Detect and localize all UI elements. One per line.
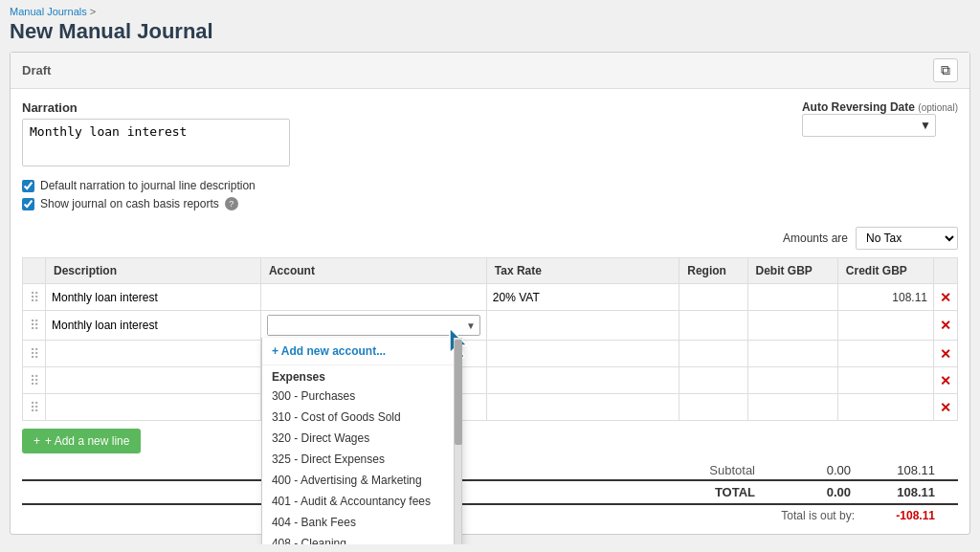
dropdown-item[interactable]: 310 - Cost of Goods Sold — [262, 407, 461, 428]
cash-basis-checkbox[interactable] — [22, 198, 34, 210]
description-input[interactable] — [52, 291, 255, 304]
delete-button-e3[interactable]: ✕ — [940, 400, 951, 415]
delete-cell-e1: ✕ — [934, 341, 958, 367]
right-section: Auto Reversing Date (optional) ▼ — [309, 100, 958, 137]
account-input[interactable] — [268, 316, 462, 335]
empty-credit2 — [837, 367, 933, 394]
out-by-row: Total is out by: -108.11 — [22, 509, 958, 522]
add-line-icon: + — [33, 434, 40, 448]
dropdown-item[interactable]: 300 - Purchases — [262, 386, 461, 407]
narration-label: Narration — [22, 100, 290, 115]
table-row: ⠿ ✕ — [23, 367, 958, 394]
delete-cell-2: ✕ — [934, 311, 958, 341]
region-cell — [679, 284, 747, 311]
add-line-label: + Add a new line — [45, 434, 129, 448]
account-dropdown: + Add new account... Expenses 300 - Purc… — [261, 338, 462, 544]
copy-icon[interactable]: ⧉ — [933, 58, 958, 82]
narration-section: Narration Monthly loan interest Default … — [22, 100, 290, 215]
dropdown-item[interactable]: 401 - Audit & Accountancy fees — [262, 491, 461, 512]
total-credit: 108.11 — [862, 485, 958, 499]
breadcrumb: Manual Journals > — [0, 0, 980, 19]
drag-handle[interactable]: ⠿ — [23, 341, 46, 367]
out-by-value: -108.11 — [862, 509, 958, 522]
dropdown-item[interactable]: 408 - Cleaning — [262, 533, 461, 544]
region-cell-2 — [679, 311, 747, 341]
empty-credit — [837, 341, 933, 367]
empty-debit3 — [747, 394, 837, 421]
dropdown-toggle[interactable]: ▼ — [462, 318, 479, 334]
tax-rate-input[interactable] — [493, 291, 673, 304]
draft-bar: Draft ⧉ — [11, 53, 969, 89]
credit-cell: 108.11 — [837, 284, 933, 311]
help-icon[interactable]: ? — [225, 197, 238, 210]
description-input-2[interactable] — [52, 319, 255, 332]
drag-handle[interactable]: ⠿ — [23, 367, 46, 394]
dropdown-item[interactable]: 400 - Advertising & Marketing — [262, 470, 461, 491]
main-container: Draft ⧉ Narration Monthly loan interest … — [10, 52, 970, 535]
th-description: Description — [46, 258, 261, 284]
delete-button-e2[interactable]: ✕ — [940, 373, 951, 388]
drag-handle[interactable]: ⠿ — [23, 311, 46, 341]
page-title: New Manual Journal — [0, 19, 980, 52]
journal-table: Description Account Tax Rate Region Debi… — [22, 257, 958, 421]
amounts-select[interactable]: No Tax Tax Exclusive Tax Inclusive — [856, 227, 958, 250]
delete-cell-e2: ✕ — [934, 367, 958, 394]
empty-tax — [486, 341, 679, 367]
table-section: Description Account Tax Rate Region Debi… — [11, 257, 969, 534]
form-section: Narration Monthly loan interest Default … — [11, 89, 969, 227]
account-input-wrap: ▼ — [267, 315, 480, 336]
scroll-thumb — [455, 340, 462, 445]
add-account-btn[interactable]: + Add new account... — [262, 338, 461, 365]
delete-cell-e3: ✕ — [934, 394, 958, 421]
breadcrumb-parent[interactable]: Manual Journals — [10, 6, 87, 17]
dropdown-item[interactable]: 320 - Direct Wages — [262, 428, 461, 449]
auto-reversing-section: Auto Reversing Date (optional) ▼ — [802, 100, 958, 137]
dropdown-item[interactable]: 404 - Bank Fees — [262, 512, 461, 533]
auto-reversing-date-select[interactable]: ▼ — [802, 114, 936, 137]
narration-input[interactable]: Monthly loan interest — [22, 119, 290, 166]
description-cell — [46, 311, 261, 341]
default-narration-row: Default narration to journal line descri… — [22, 179, 290, 192]
delete-button-2[interactable]: ✕ — [940, 318, 951, 333]
dropdown-item[interactable]: 325 - Direct Expenses — [262, 449, 461, 470]
empty-desc — [46, 341, 261, 367]
drag-handle[interactable]: ⠿ — [23, 284, 46, 311]
cash-basis-label: Show journal on cash basis reports — [40, 197, 219, 210]
cash-basis-row: Show journal on cash basis reports ? — [22, 197, 290, 210]
th-account: Account — [260, 258, 486, 284]
add-line-button[interactable]: + + Add a new line — [22, 429, 141, 453]
empty-input-2[interactable] — [52, 373, 255, 387]
th-debit: Debit GBP — [747, 258, 837, 284]
default-narration-checkbox[interactable] — [22, 180, 34, 192]
totals-section: Subtotal 0.00 108.11 TOTAL 0.00 108.11 T… — [22, 463, 958, 522]
date-dropdown-arrow[interactable]: ▼ — [920, 119, 931, 132]
auto-reversing-label: Auto Reversing Date (optional) — [802, 100, 958, 114]
th-region: Region — [679, 258, 747, 284]
delete-button-e1[interactable]: ✕ — [940, 346, 951, 362]
total-label: TOTAL — [652, 485, 767, 499]
table-row: ⠿ ✕ — [23, 394, 958, 421]
empty-input-3[interactable] — [52, 400, 255, 414]
th-delete — [934, 258, 958, 284]
tax-rate-cell — [486, 284, 679, 311]
out-by-label: Total is out by: — [781, 509, 862, 522]
empty-debit — [747, 341, 837, 367]
table-header-row: Description Account Tax Rate Region Debi… — [23, 258, 958, 284]
subtotal-row: Subtotal 0.00 108.11 — [22, 463, 958, 477]
debit-cell-2 — [747, 311, 837, 341]
amounts-row: Amounts are No Tax Tax Exclusive Tax Inc… — [11, 227, 969, 250]
empty-debit2 — [747, 367, 837, 394]
tax-rate-cell-2 — [486, 311, 679, 341]
dropdown-scrollbar[interactable] — [454, 338, 461, 544]
empty-region — [679, 341, 747, 367]
debit-cell — [747, 284, 837, 311]
table-row: ⠿ 108.11 ✕ — [23, 284, 958, 311]
breadcrumb-separator: > — [90, 6, 96, 17]
th-drag — [23, 258, 46, 284]
account-cell — [260, 284, 486, 311]
delete-button[interactable]: ✕ — [940, 290, 951, 305]
subtotal-label: Subtotal — [652, 463, 767, 477]
empty-region3 — [679, 394, 747, 421]
drag-handle[interactable]: ⠿ — [23, 394, 46, 421]
empty-input[interactable] — [52, 346, 255, 361]
